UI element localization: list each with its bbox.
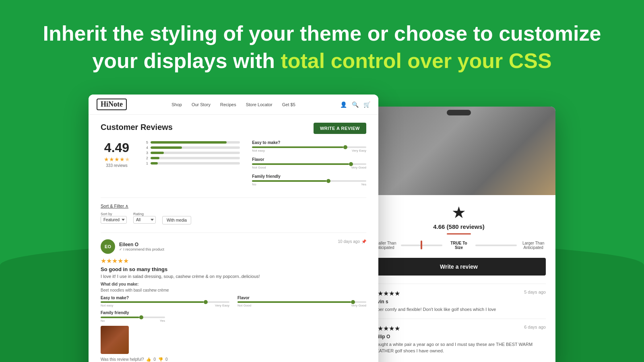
review-scales: Easy to make? Not easyVery Easy Flavor bbox=[101, 296, 366, 307]
right-screenshot: ★ 4.66 (580 reviews) Smaller ThanAnticip… bbox=[362, 107, 555, 362]
nav-bar: HiNote Shop Our Story Recipes Store Loca… bbox=[89, 95, 378, 115]
headline-line2-white: your displays with bbox=[92, 49, 281, 72]
bar-row-1: 1 bbox=[145, 161, 240, 165]
nav-shop[interactable]: Shop bbox=[171, 102, 182, 107]
cart-icon[interactable]: 🛒 bbox=[363, 101, 370, 108]
headline-white1: Inherit the styling of your theme bbox=[43, 22, 362, 45]
sort-filter-link[interactable]: Sort & Filter ∧ bbox=[101, 204, 128, 209]
what-made-label: What did you make: bbox=[101, 282, 366, 286]
rating-label: Rating bbox=[133, 212, 156, 216]
review-count: 333 reviews bbox=[101, 163, 133, 168]
bar-row-5: 5 bbox=[145, 140, 240, 144]
right-rating-text: 4.66 (580 reviews) bbox=[372, 223, 546, 230]
fit-bar2 bbox=[471, 245, 521, 246]
scale-family: Family friendly NoYes bbox=[252, 174, 366, 186]
avatar: EO bbox=[101, 239, 115, 254]
right-review-item-1: ★★★★★ 5 days ago kevin s Super comfy and… bbox=[372, 284, 546, 319]
sort-by-label: Sort by bbox=[101, 212, 127, 216]
helpful-row: Was this review helpful? 👍 0 👎 0 bbox=[101, 357, 366, 362]
nav-logo: HiNote bbox=[97, 99, 127, 110]
headline-white2: choose to customize bbox=[394, 22, 601, 45]
overall-rating: 4.49 ★★★★★ 333 reviews bbox=[101, 140, 133, 191]
scale-flavor: Flavor Not GoodVery Good bbox=[252, 157, 366, 169]
write-review-dark-button[interactable]: Write a review bbox=[372, 258, 546, 276]
bar-row-3: 3 bbox=[145, 151, 240, 155]
headline-container: Inherit the styling of your theme or cho… bbox=[0, 0, 644, 86]
nav-get-5[interactable]: Get $5 bbox=[282, 102, 295, 107]
filter-row: Sort by Featured Newest Highest Rating A… bbox=[101, 211, 366, 224]
search-icon[interactable]: 🔍 bbox=[352, 101, 359, 108]
with-media-button[interactable]: With media bbox=[162, 216, 191, 224]
review-date: 10 days ago 📌 bbox=[338, 239, 367, 244]
rating-group: Rating All 5 Stars 4 Stars bbox=[133, 212, 156, 224]
review-header: Customer Reviews WRITE A REVIEW bbox=[101, 123, 366, 134]
rating-bars: 5 4 3 2 1 bbox=[145, 140, 240, 191]
rating-summary: 4.49 ★★★★★ 333 reviews 5 4 3 bbox=[101, 140, 366, 191]
big-star-icon: ★ bbox=[372, 203, 546, 222]
screenshots-container: HiNote Shop Our Story Recipes Store Loca… bbox=[0, 86, 644, 362]
rating-number: 4.49 bbox=[101, 140, 133, 155]
phone-notch bbox=[447, 110, 471, 115]
review-body: I love it! I use in salad dressing, soup… bbox=[101, 274, 366, 279]
thumbs-down-icon[interactable]: 👎 bbox=[158, 357, 163, 362]
helpful-yes-count: 0 bbox=[153, 357, 156, 362]
scale-easy: Easy to make? Not easyVery Easy bbox=[252, 140, 366, 152]
scales-section: Easy to make? Not easyVery Easy Flavor bbox=[252, 140, 366, 191]
bar-row-2: 2 bbox=[145, 156, 240, 160]
review-scale-family: Family friendly NoYes bbox=[101, 311, 165, 323]
review-section-title: Customer Reviews bbox=[101, 123, 173, 132]
right-review-item-2: ★★★★★ 6 days ago Philip O I bought a whi… bbox=[372, 319, 546, 360]
right-review-top-1: ★★★★★ 5 days ago bbox=[372, 290, 546, 297]
write-review-button[interactable]: WRITE A REVIEW bbox=[314, 123, 366, 134]
right-reviewer-2: Philip O bbox=[372, 334, 546, 339]
right-review-body-1: Super comfy and flexible! Don't look lik… bbox=[372, 306, 546, 313]
helpful-no-count: 0 bbox=[165, 357, 168, 362]
right-review-top-2: ★★★★★ 6 days ago bbox=[372, 325, 546, 332]
right-date-1: 5 days ago bbox=[524, 290, 546, 297]
right-date-2: 6 days ago bbox=[524, 325, 546, 332]
headline-highlight: total control over your CSS bbox=[281, 49, 551, 72]
fit-bar bbox=[397, 245, 446, 246]
sort-by-group: Sort by Featured Newest Highest bbox=[101, 212, 127, 224]
nav-icons: 👤 🔍 🛒 bbox=[340, 101, 370, 108]
review-headline: So good in so many things bbox=[101, 266, 366, 272]
reviewer-info: EO Eileen O ✓ I recommend this product bbox=[101, 239, 164, 254]
fit-larger: Larger ThanAnticipated bbox=[521, 241, 546, 250]
nav-recipes[interactable]: Recipes bbox=[220, 102, 236, 107]
rating-select[interactable]: All 5 Stars 4 Stars bbox=[133, 216, 156, 224]
review-top: EO Eileen O ✓ I recommend this product 1… bbox=[101, 239, 366, 254]
bar-row-4: 4 bbox=[145, 146, 240, 150]
fit-true: TRUE To Size bbox=[446, 241, 471, 250]
nav-links: Shop Our Story Recipes Store Locator Get… bbox=[171, 102, 295, 107]
review-content: Customer Reviews WRITE A REVIEW 4.49 ★★★… bbox=[89, 115, 378, 362]
right-rating-header: ★ 4.66 (580 reviews) bbox=[372, 203, 546, 234]
review-item: EO Eileen O ✓ I recommend this product 1… bbox=[101, 232, 366, 362]
stars-display: ★★★★★ bbox=[101, 156, 133, 162]
sort-by-select[interactable]: Featured Newest Highest bbox=[101, 216, 127, 224]
right-top-image bbox=[362, 107, 555, 195]
fit-scale: Smaller ThanAnticipated TRUE To Size Lar… bbox=[372, 241, 546, 250]
account-icon[interactable]: 👤 bbox=[340, 101, 347, 108]
headline-text: Inherit the styling of your theme or cho… bbox=[40, 20, 604, 74]
review-scale-flavor: Flavor Not GoodVery Good bbox=[237, 296, 366, 307]
review-stars: ★★★★★ bbox=[101, 257, 366, 265]
right-content: ★ 4.66 (580 reviews) Smaller ThanAnticip… bbox=[362, 195, 555, 362]
headline-or: or bbox=[361, 22, 394, 45]
right-reviewer-1: kevin s bbox=[372, 299, 546, 304]
sort-filter-bar: Sort & Filter ∧ Sort by Featured Newest … bbox=[101, 197, 366, 228]
nav-our-story[interactable]: Our Story bbox=[192, 102, 211, 107]
thumbs-up-icon[interactable]: 👍 bbox=[146, 357, 151, 362]
nav-store-locator[interactable]: Store Locator bbox=[246, 102, 272, 107]
right-review-body-2: I bought a white pair a year ago or so a… bbox=[372, 341, 546, 354]
reviewer-name: Eileen O bbox=[119, 242, 164, 247]
review-image bbox=[101, 326, 129, 354]
review-scale-easy: Easy to make? Not easyVery Easy bbox=[101, 296, 229, 307]
left-screenshot: HiNote Shop Our Story Recipes Store Loca… bbox=[89, 95, 378, 362]
right-underline bbox=[447, 233, 471, 234]
recommend-badge: ✓ I recommend this product bbox=[119, 247, 164, 251]
what-made-value: Beet noodles with basil cashew crème bbox=[101, 288, 366, 292]
pin-icon: 📌 bbox=[361, 239, 366, 244]
